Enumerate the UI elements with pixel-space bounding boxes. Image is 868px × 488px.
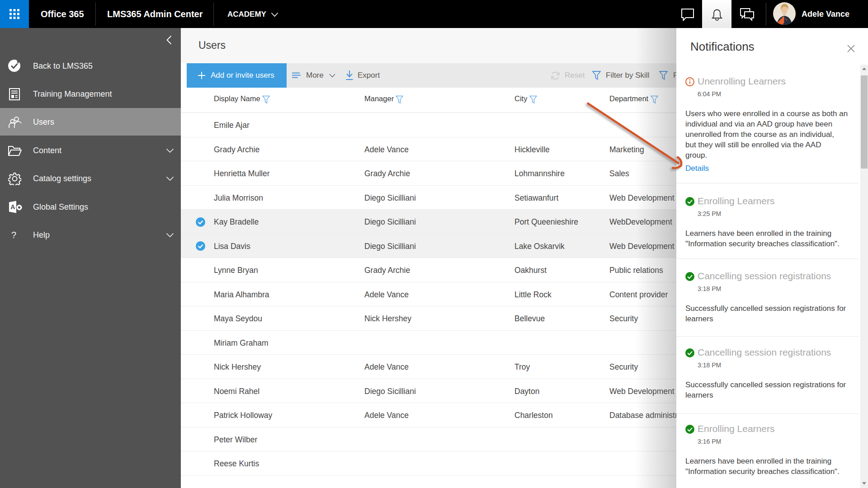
svg-text:A: A <box>10 203 15 211</box>
